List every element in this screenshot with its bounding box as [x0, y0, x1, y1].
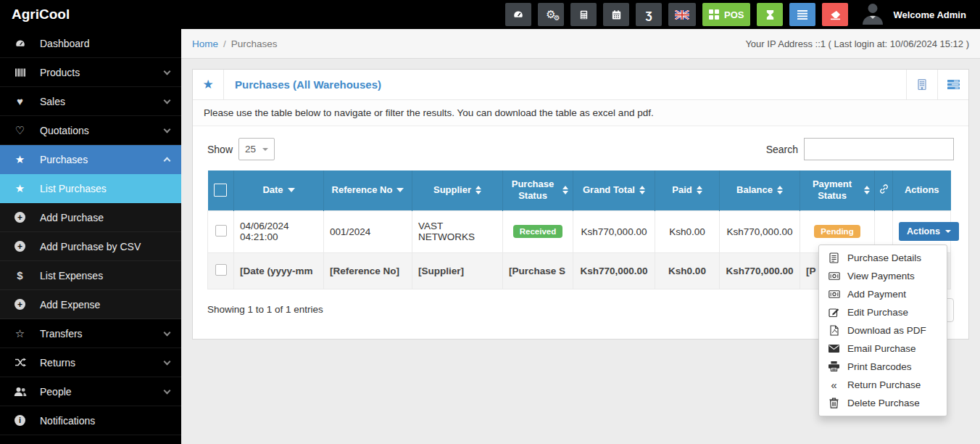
menu-item-label: View Payments [847, 271, 915, 281]
info-circle-icon: i [0, 415, 30, 426]
sidebar-item-people[interactable]: People [0, 377, 181, 406]
menu-item-edit-purchase[interactable]: Edit Purchase [819, 303, 947, 321]
hourglass-icon [765, 9, 775, 20]
column-header-purchase-status[interactable]: Purchase Status [503, 170, 573, 210]
dollar-icon: $ [0, 270, 30, 281]
column-label: Date [262, 184, 283, 196]
tasks-icon[interactable] [937, 70, 968, 99]
list-button[interactable] [789, 3, 815, 26]
sidebar-item-sales[interactable]: ♥Sales [0, 87, 181, 116]
sidebar-item-label: List Purchases [30, 183, 170, 194]
css3-icon: Ʒ [645, 9, 652, 20]
menu-item-label: Email Purchase [847, 343, 916, 354]
menu-item-label: Print Barcodes [847, 361, 912, 372]
user-area: Welcome Admin [860, 0, 966, 29]
column-label: Payment Status [805, 178, 860, 202]
column-header-select[interactable] [208, 170, 234, 210]
sidebar-item-returns[interactable]: Returns [0, 348, 181, 377]
sidebar-item-label: List Expenses [30, 270, 170, 281]
avatar[interactable] [860, 0, 886, 29]
trash-icon [828, 398, 840, 408]
cell-date: 04/06/2024 04:21:00 [234, 210, 324, 252]
page-size-select[interactable]: 25 [238, 138, 275, 160]
panel-title: Purchases (All Warehouses) [224, 70, 906, 99]
menu-item-return-purchase[interactable]: «Return Purchase [819, 376, 947, 394]
search-input[interactable] [804, 138, 954, 160]
cogs-button[interactable]: ⚙⚙ [538, 3, 564, 26]
sidebar-item-quotations[interactable]: ♡Quotations [0, 116, 181, 145]
plus-circle-icon: + [0, 299, 30, 310]
file-text-icon [828, 252, 840, 263]
column-header-grand-total[interactable]: Grand Total [573, 170, 655, 210]
sidebar-item-list-purchases[interactable]: ★List Purchases [0, 174, 181, 203]
row-checkbox[interactable] [215, 225, 227, 237]
sidebar-item-label: Returns [30, 357, 165, 369]
sidebar-item-list-expenses[interactable]: $List Expenses [0, 261, 181, 290]
table-row: 04/06/2024 04:21:00001/2024VAST NETWORKS… [208, 210, 951, 252]
menu-item-purchase-details[interactable]: Purchase Details [819, 249, 947, 267]
column-header-balance[interactable]: Balance [720, 170, 800, 210]
column-header-date[interactable]: Date [234, 170, 324, 210]
menu-item-download-as-pdf[interactable]: Download as PDF [819, 321, 947, 340]
ip-info-text: Your IP Address ::1 ( Last login at: 10/… [745, 38, 969, 49]
column-header-supplier[interactable]: Supplier [412, 170, 503, 210]
sidebar-item-dashboard[interactable]: Dashboard [0, 29, 181, 58]
sidebar-item-notifications[interactable]: iNotifications [0, 406, 181, 435]
sidebar-item-products[interactable]: Products [0, 58, 181, 87]
select-all-checkbox[interactable] [214, 184, 227, 197]
building-icon[interactable] [906, 70, 937, 99]
column-label: Reference No [332, 184, 393, 196]
hourglass-button[interactable] [757, 3, 783, 26]
actions-button-label: Actions [907, 226, 940, 237]
column-header-payment-status[interactable]: Payment Status [800, 170, 875, 210]
menu-item-label: Purchase Details [847, 252, 921, 263]
sidebar-item-add-purchase-by-csv[interactable]: +Add Purchase by CSV [0, 232, 181, 261]
cell-balance: Ksh770,000.00 [720, 252, 800, 289]
uk-flag-button[interactable] [668, 3, 696, 26]
column-label: Actions [905, 184, 939, 196]
sort-icon [562, 186, 568, 194]
menu-item-print-barcodes[interactable]: Print Barcodes [819, 358, 947, 376]
breadcrumb-home-link[interactable]: Home [192, 38, 218, 49]
heart-outline-icon: ♡ [0, 125, 30, 136]
row-checkbox[interactable] [215, 264, 227, 276]
column-header-paid[interactable]: Paid [655, 170, 720, 210]
table-header-row: DateReference NoSupplierPurchase StatusG… [208, 170, 951, 210]
sidebar-item-transfers[interactable]: ☆Transfers [0, 319, 181, 348]
welcome-text: Welcome Admin [893, 9, 966, 20]
sidebar-item-label: Sales [30, 96, 165, 107]
pos-button[interactable]: POS [702, 3, 750, 26]
eraser-button[interactable] [822, 3, 848, 26]
column-header-link[interactable] [875, 170, 893, 210]
list-icon [797, 10, 807, 20]
sidebar-item-add-purchase[interactable]: +Add Purchase [0, 203, 181, 232]
sort-icon [476, 186, 481, 194]
menu-item-email-purchase[interactable]: Email Purchase [819, 340, 947, 358]
sidebar-item-label: Add Purchase [30, 212, 170, 223]
column-header-actions[interactable]: Actions [893, 170, 951, 210]
calculator-button[interactable] [570, 3, 597, 26]
money-icon [828, 290, 840, 298]
sort-desc-icon [288, 188, 295, 192]
page: AgriCool ⚙⚙ƷPOS Welcome Admin DashboardP… [0, 0, 980, 444]
column-label: Supplier [433, 184, 471, 196]
uk-flag-icon [675, 10, 689, 20]
sort-desc-icon [396, 188, 404, 192]
menu-item-delete-purchase[interactable]: Delete Purchase [819, 394, 947, 412]
dashboard-button[interactable] [505, 3, 531, 26]
panel-body: Show 25 Search DateReference NoSupplierP… [193, 126, 968, 339]
grid-icon [709, 9, 719, 20]
calendar-button[interactable] [603, 3, 629, 26]
sidebar-item-purchases[interactable]: ★Purchases [0, 145, 181, 174]
css3-button[interactable]: Ʒ [636, 3, 662, 26]
chevron-down-icon [164, 96, 171, 104]
menu-item-view-payments[interactable]: View Payments [819, 267, 947, 285]
sidebar-item-add-expense[interactable]: +Add Expense [0, 290, 181, 319]
sidebar-item-label: Add Expense [30, 299, 170, 311]
menu-item-add-payment[interactable]: Add Payment [819, 285, 947, 303]
actions-button[interactable]: Actions [899, 222, 959, 241]
star-icon: ★ [0, 154, 30, 165]
panel-description: Please use the table below to navigate o… [193, 100, 968, 126]
column-header-reference-no[interactable]: Reference No [324, 170, 412, 210]
menu-item-label: Delete Purchase [847, 398, 920, 408]
